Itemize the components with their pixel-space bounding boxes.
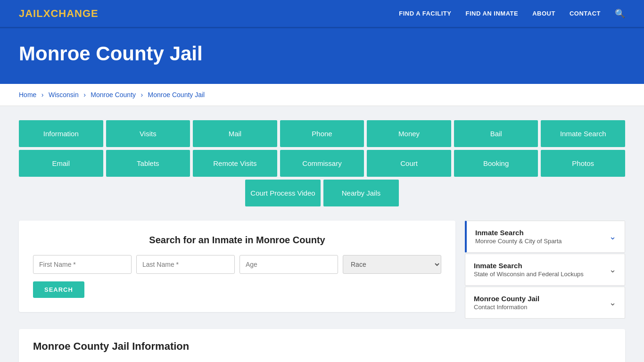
accordion-main-label-1: Inmate Search: [475, 229, 562, 237]
accordion-main-label-2: Inmate Search: [474, 262, 584, 270]
logo-part1: JAIL: [19, 8, 43, 19]
main-area: Information Visits Mail Phone Money Bail…: [0, 106, 644, 362]
tile-phone[interactable]: Phone: [280, 120, 364, 147]
accordion-sub-label-1: Monroe County & City of Sparta: [475, 238, 562, 245]
content-row: Search for an Inmate in Monroe County Ra…: [19, 221, 625, 320]
search-title: Search for an Inmate in Monroe County: [33, 235, 441, 246]
bottom-section-title: Monroe County Jail Information: [33, 340, 611, 353]
tile-inmate-search[interactable]: Inmate Search: [541, 120, 625, 147]
tile-information[interactable]: Information: [19, 120, 103, 147]
tile-nearby-jails[interactable]: Nearby Jails: [323, 180, 399, 206]
accordion-item-3: Monroe County Jail Contact Information ⌄: [465, 287, 625, 319]
accordion-sub-label-3: Contact Information: [474, 304, 539, 311]
tile-court[interactable]: Court: [367, 150, 451, 177]
first-name-input[interactable]: [33, 255, 132, 274]
accordion-item-2: Inmate Search State of Wisconsin and Fed…: [465, 254, 625, 286]
tile-mail[interactable]: Mail: [193, 120, 277, 147]
logo-x: X: [43, 8, 51, 19]
search-section: Search for an Inmate in Monroe County Ra…: [19, 221, 455, 312]
main-nav: FIND A FACILITY FIND AN INMATE ABOUT CON…: [399, 8, 625, 19]
breadcrumb-sep-2: ›: [83, 91, 86, 99]
nav-about[interactable]: ABOUT: [532, 10, 555, 17]
tile-bail[interactable]: Bail: [454, 120, 538, 147]
hero-banner: Monroe County Jail: [0, 28, 644, 84]
bottom-section: Monroe County Jail Information: [19, 329, 625, 362]
sidebar: Inmate Search Monroe County & City of Sp…: [465, 221, 625, 320]
nav-contact[interactable]: CONTACT: [570, 10, 601, 17]
tile-tablets[interactable]: Tablets: [106, 150, 190, 177]
tile-photos[interactable]: Photos: [541, 150, 625, 177]
breadcrumb-wisconsin[interactable]: Wisconsin: [49, 91, 79, 99]
accordion-chevron-3: ⌄: [609, 297, 616, 308]
nav-tiles-row3: Court Process Video Nearby Jails: [19, 180, 625, 206]
accordion-title-2: Inmate Search State of Wisconsin and Fed…: [474, 262, 584, 278]
last-name-input[interactable]: [136, 255, 235, 274]
age-input[interactable]: [239, 255, 338, 274]
breadcrumb-sep-1: ›: [41, 91, 44, 99]
tile-visits[interactable]: Visits: [106, 120, 190, 147]
accordion-title-1: Inmate Search Monroe County & City of Sp…: [475, 229, 562, 245]
tile-money[interactable]: Money: [367, 120, 451, 147]
accordion-item-1: Inmate Search Monroe County & City of Sp…: [465, 221, 625, 253]
race-select[interactable]: Race White Black Hispanic Asian Other: [343, 255, 441, 274]
accordion-header-1[interactable]: Inmate Search Monroe County & City of Sp…: [467, 221, 625, 252]
search-button[interactable]: SEARCH: [33, 281, 84, 298]
tile-email[interactable]: Email: [19, 150, 103, 177]
nav-tiles-row2: Email Tablets Remote Visits Commissary C…: [19, 150, 625, 177]
nav-tiles-row1: Information Visits Mail Phone Money Bail…: [19, 120, 625, 147]
accordion-main-label-3: Monroe County Jail: [474, 295, 539, 303]
accordion-header-3[interactable]: Monroe County Jail Contact Information ⌄: [465, 287, 625, 318]
breadcrumb-home[interactable]: Home: [19, 91, 36, 99]
header-search-icon[interactable]: 🔍: [615, 8, 625, 19]
breadcrumb-current[interactable]: Monroe County Jail: [148, 91, 205, 99]
page-title: Monroe County Jail: [19, 42, 625, 65]
site-header: JAILXCHANGE FIND A FACILITY FIND AN INMA…: [0, 0, 644, 28]
accordion-title-3: Monroe County Jail Contact Information: [474, 295, 539, 311]
accordion-chevron-1: ⌄: [609, 231, 616, 242]
breadcrumb: Home › Wisconsin › Monroe County › Monro…: [0, 84, 644, 106]
accordion-chevron-2: ⌄: [609, 264, 616, 275]
tile-remote-visits[interactable]: Remote Visits: [193, 150, 277, 177]
breadcrumb-sep-3: ›: [140, 91, 143, 99]
tile-booking[interactable]: Booking: [454, 150, 538, 177]
accordion-header-2[interactable]: Inmate Search State of Wisconsin and Fed…: [465, 254, 625, 285]
search-fields: Race White Black Hispanic Asian Other: [33, 255, 441, 274]
logo[interactable]: JAILXCHANGE: [19, 8, 99, 20]
logo-part2: CHANGE: [50, 8, 98, 19]
accordion-sub-label-2: State of Wisconsin and Federal Lockups: [474, 271, 584, 278]
tile-court-process-video[interactable]: Court Process Video: [245, 180, 321, 206]
tile-commissary[interactable]: Commissary: [280, 150, 364, 177]
nav-find-inmate[interactable]: FIND AN INMATE: [465, 10, 518, 17]
breadcrumb-monroe-county[interactable]: Monroe County: [91, 91, 136, 99]
nav-find-facility[interactable]: FIND A FACILITY: [399, 10, 451, 17]
